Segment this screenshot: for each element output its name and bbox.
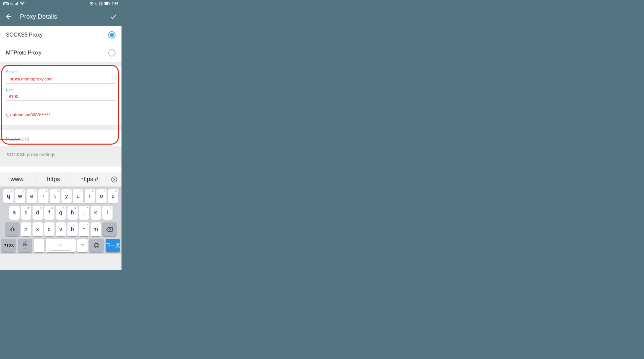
- key-sup: %: [62, 206, 64, 209]
- key-sup: ;: [64, 223, 64, 226]
- backspace-key[interactable]: [102, 222, 117, 236]
- port-input[interactable]: 8100: [6, 93, 116, 101]
- username-value: dafdadsad8888******: [9, 112, 50, 117]
- shift-key[interactable]: [5, 222, 20, 236]
- dot-key[interactable]: .: [34, 239, 44, 252]
- key-sup: 6: [69, 190, 70, 193]
- suggestion-2[interactable]: https: [36, 175, 72, 184]
- server-field[interactable]: Server proxy.momoproxy.com: [6, 70, 116, 83]
- space-key[interactable]: [46, 239, 76, 252]
- kb-row-3: z'x"c:v;b,n?m-: [1, 222, 120, 236]
- key-l[interactable]: l): [102, 206, 113, 220]
- kb-row-bottom: ?123 英/中 . ? 下一项: [1, 239, 120, 252]
- key-p[interactable]: p0: [108, 189, 118, 203]
- network-icon: 4G: [10, 2, 14, 5]
- key-e[interactable]: e3: [27, 189, 37, 203]
- key-z[interactable]: z': [21, 222, 31, 236]
- suggestion-3[interactable]: https://: [71, 175, 107, 184]
- key-m[interactable]: m-: [91, 222, 101, 236]
- app-bar: Proxy Details: [0, 7, 121, 26]
- key-b[interactable]: b,: [67, 222, 78, 236]
- key-r[interactable]: r4: [38, 189, 48, 203]
- settings-note: SOCKS5 proxy settings.: [0, 146, 121, 163]
- key-k[interactable]: k(: [91, 206, 101, 220]
- socks5-proxy-option[interactable]: SOCKS5 Proxy: [0, 26, 121, 44]
- key-g[interactable]: g%: [56, 206, 66, 220]
- keyboard-suggestions: www. https https://: [0, 172, 121, 186]
- svg-point-8: [96, 245, 96, 246]
- close-suggestions-button[interactable]: [107, 176, 121, 183]
- kb-row-1: q1w2e3r4t5y6u7i8o9p0: [1, 189, 120, 203]
- mtproto-label: MTProto Proxy: [6, 50, 41, 56]
- password-field[interactable]: Password: [0, 130, 121, 146]
- key-y[interactable]: y6: [61, 189, 72, 203]
- server-label: Server: [6, 70, 116, 74]
- key-j[interactable]: j*: [79, 206, 89, 220]
- username-field[interactable]: U dafdadsad8888******: [6, 111, 116, 119]
- svg-rect-4: [110, 3, 110, 4]
- key-t[interactable]: t5: [50, 189, 60, 203]
- key-sup: :: [52, 223, 53, 226]
- back-button[interactable]: [5, 13, 12, 20]
- port-field[interactable]: Port 8100: [6, 88, 116, 101]
- key-sup: ?: [86, 223, 88, 226]
- key-sup: 0: [116, 190, 117, 193]
- key-q[interactable]: q1: [3, 189, 14, 203]
- next-key[interactable]: 下一项: [106, 239, 120, 252]
- socks5-label: SOCKS5 Proxy: [6, 32, 42, 38]
- hd-icon: HD: [3, 2, 9, 5]
- key-sup: 3: [34, 190, 36, 193]
- suggestion-1[interactable]: www.: [0, 175, 36, 184]
- username-input[interactable]: U dafdadsad8888******: [6, 111, 116, 119]
- key-i[interactable]: i8: [85, 189, 95, 203]
- status-left: HD 4G: [3, 2, 25, 5]
- mtproto-proxy-option[interactable]: MTProto Proxy: [0, 44, 121, 62]
- connection-form: Server proxy.momoproxy.com Port 8100 U d…: [0, 66, 121, 125]
- key-sup: 2: [23, 190, 24, 193]
- svg-rect-1: [100, 2, 102, 5]
- key-h[interactable]: h&: [67, 206, 78, 220]
- key-sup: 4: [46, 190, 47, 193]
- svg-point-6: [60, 245, 61, 246]
- wifi-icon: [20, 2, 25, 5]
- radio-selected-icon: [108, 31, 116, 39]
- status-bar: HD 4G 1:55: [0, 0, 121, 7]
- key-w[interactable]: w2: [15, 189, 25, 203]
- key-o[interactable]: o9: [96, 189, 107, 203]
- numeric-key[interactable]: ?123: [1, 239, 16, 252]
- lang-sub: /中: [23, 247, 27, 251]
- language-key[interactable]: 英/中: [18, 239, 32, 252]
- question-key[interactable]: ?: [77, 239, 88, 252]
- key-f[interactable]: f$: [44, 206, 54, 220]
- emoji-key[interactable]: [89, 239, 104, 252]
- key-v[interactable]: v;: [56, 222, 66, 236]
- key-sup: @: [27, 206, 30, 209]
- proxy-type-list: SOCKS5 Proxy MTProto Proxy: [0, 26, 121, 62]
- key-sup: ,: [75, 223, 76, 226]
- key-s[interactable]: s@: [21, 206, 31, 220]
- key-d[interactable]: d#: [33, 206, 43, 220]
- key-sup: !: [17, 206, 18, 209]
- key-sup: 5: [57, 190, 59, 193]
- status-right: 1:55: [90, 2, 118, 6]
- next-section-peek: [0, 167, 121, 172]
- alarm-icon: [90, 2, 93, 6]
- soft-keyboard: q1w2e3r4t5y6u7i8o9p0 a!s@d#f$g%h&j*k(l) …: [0, 186, 121, 254]
- key-c[interactable]: c:: [44, 222, 54, 236]
- key-u[interactable]: u7: [73, 189, 83, 203]
- status-time: 1:55: [112, 2, 118, 6]
- key-a[interactable]: a!: [9, 206, 20, 220]
- svg-point-7: [94, 243, 99, 248]
- signal-icon: [15, 2, 19, 5]
- svg-rect-3: [105, 3, 108, 5]
- vibrate-icon: [99, 2, 103, 6]
- confirm-button[interactable]: [110, 13, 117, 20]
- phone-frame: HD 4G 1:55: [0, 0, 121, 270]
- key-sup: *: [87, 206, 88, 209]
- server-input[interactable]: proxy.momoproxy.com: [6, 74, 116, 83]
- key-x[interactable]: x": [33, 222, 43, 236]
- kb-row-2: a!s@d#f$g%h&j*k(l): [1, 206, 120, 220]
- key-sup: 7: [81, 190, 82, 193]
- bluetooth-icon: [95, 2, 97, 6]
- key-n[interactable]: n?: [79, 222, 89, 236]
